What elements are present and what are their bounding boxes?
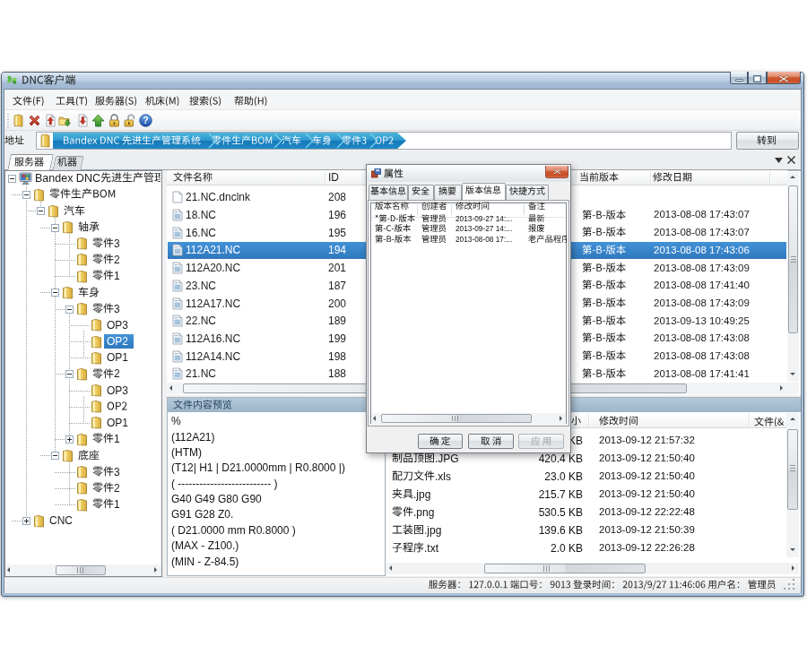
svg-text:?: ? <box>143 115 148 125</box>
